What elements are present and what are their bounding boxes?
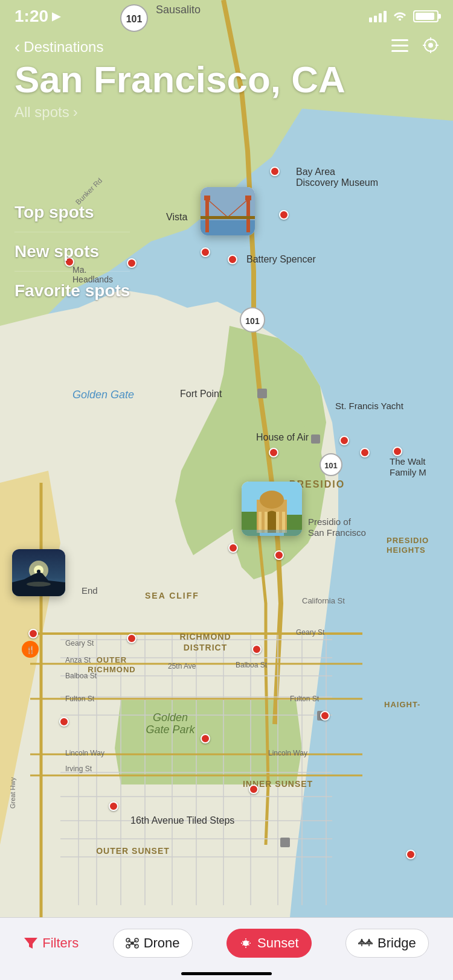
svg-text:PRESIDIO: PRESIDIO [387,536,429,545]
map-pin[interactable] [249,784,259,794]
map-pin[interactable] [28,629,38,638]
svg-point-130 [243,941,248,946]
section-new-spots[interactable]: New spots [14,232,130,272]
status-time: 1:20 ▶ [14,7,60,26]
svg-text:Irving St: Irving St [65,765,92,773]
back-button[interactable]: ‹ Destinations [14,37,103,57]
wifi-icon [393,8,407,24]
svg-text:Gate Park: Gate Park [146,724,195,736]
svg-rect-43 [257,389,267,398]
svg-point-129 [131,942,133,944]
svg-line-137 [243,944,244,946]
svg-text:Vista: Vista [166,212,187,222]
svg-text:Fort Point: Fort Point [180,389,222,399]
map-pin[interactable] [127,634,137,643]
svg-line-138 [248,941,249,942]
map-pin[interactable] [274,550,284,560]
filter-label: Filters [42,935,79,951]
sunset-tag-label: Sunset [257,935,299,951]
svg-text:The Walt: The Walt [390,456,426,466]
svg-text:101: 101 [324,461,338,470]
svg-rect-95 [245,196,251,200]
map-pin[interactable] [270,167,280,176]
all-spots-link[interactable]: All spots › [14,104,439,121]
drone-tag-label: Drone [144,935,180,951]
svg-text:Presidio of: Presidio of [308,517,352,527]
bottom-bar: Filters Drone Sunset [0,917,453,980]
signal-icon [369,11,387,22]
svg-text:Bay Area: Bay Area [296,167,335,177]
svg-rect-94 [204,196,210,200]
time-display: 1:20 [14,7,48,26]
callout-cliff[interactable] [12,549,65,596]
list-icon[interactable] [391,38,408,57]
map-pin[interactable] [228,255,237,264]
svg-rect-77 [280,838,290,847]
battery-icon [413,10,439,22]
sunset-tag-button[interactable]: Sunset [226,929,312,958]
status-right-icons [369,8,439,24]
svg-rect-101 [259,512,262,533]
section-favorite-spots[interactable]: Favorite spots [14,272,130,310]
map-pin[interactable] [393,447,402,456]
map-pin[interactable] [406,850,416,859]
svg-text:Geary St: Geary St [65,639,94,648]
drone-tag-button[interactable]: Drone [113,929,193,958]
svg-text:25th Ave: 25th Ave [168,662,196,670]
filter-button[interactable]: Filters [24,935,79,951]
svg-text:Fulton St: Fulton St [290,695,320,703]
map-pin[interactable] [269,448,278,457]
svg-rect-105 [242,530,302,536]
svg-text:Great Hwy: Great Hwy [9,777,16,809]
map-pin[interactable] [109,801,118,811]
svg-point-115 [429,43,432,47]
home-indicator [181,972,272,975]
svg-text:HAIGHT-: HAIGHT- [384,700,420,709]
svg-line-135 [243,941,244,942]
map-pin[interactable] [339,436,349,445]
svg-point-110 [27,582,51,587]
svg-text:Family M: Family M [390,467,426,477]
svg-rect-112 [391,45,408,46]
svg-text:Geary St: Geary St [296,628,325,637]
svg-text:DISTRICT: DISTRICT [184,643,228,652]
svg-text:HEIGHTS: HEIGHTS [387,546,426,555]
svg-text:Balboa St: Balboa St [65,672,97,680]
bridge-tag-button[interactable]: Bridge [345,929,429,958]
svg-text:Golden: Golden [153,711,188,724]
svg-rect-103 [276,512,279,533]
svg-rect-93 [201,216,255,219]
svg-text:SEA CLIFF: SEA CLIFF [145,591,199,600]
map-pin[interactable] [279,210,289,220]
location-target-icon[interactable] [423,37,439,57]
callout-palace[interactable] [242,482,302,536]
svg-text:Fulton St: Fulton St [65,695,95,703]
map-pin[interactable] [360,448,370,457]
svg-rect-111 [391,39,408,41]
map-pin[interactable] [252,644,262,654]
svg-text:Anza St: Anza St [65,656,91,664]
svg-text:OUTER: OUTER [97,655,127,664]
all-spots-label: All spots [14,104,69,121]
svg-text:Balboa St: Balboa St [236,661,268,669]
svg-text:Battery Spencer: Battery Spencer [246,254,316,264]
svg-text:Golden Gate: Golden Gate [72,389,134,401]
map-pin[interactable] [201,247,210,257]
map-container[interactable]: 101 101 101 Sausalito Bay Area Discovery… [0,0,453,917]
status-bar: 1:20 ▶ [0,0,453,33]
header: ‹ Destinations San Francisco, CA All spo… [0,33,453,121]
svg-text:End: End [82,585,98,596]
section-top-spots[interactable]: Top spots [14,193,130,232]
svg-rect-102 [265,512,268,533]
map-pin[interactable] [201,734,210,743]
svg-marker-120 [24,938,37,949]
svg-point-109 [37,570,40,573]
svg-point-100 [260,491,284,509]
map-pin[interactable] [228,543,238,553]
back-label: Destinations [24,39,103,56]
map-pin[interactable] [320,711,330,721]
callout-bridge[interactable] [201,187,255,235]
svg-text:San Francisco: San Francisco [308,527,366,538]
map-pin[interactable] [59,717,69,727]
svg-text:Lincoln Way: Lincoln Way [268,749,307,757]
